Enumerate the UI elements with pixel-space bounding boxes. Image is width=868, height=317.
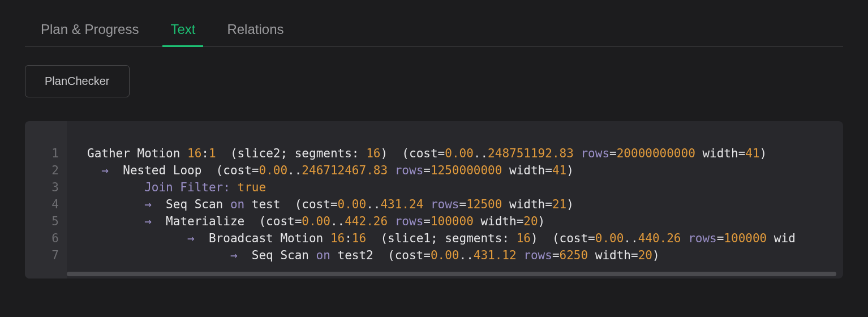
code-content[interactable]: Gather Motion 16:1 (slice2; segments: 16… [67,121,843,279]
horizontal-scrollbar[interactable] [67,272,836,276]
line-number: 6 [33,230,59,247]
code-line: → Materialize (cost=0.00..442.26 rows=10… [87,213,843,230]
code-line: → Seq Scan on test2 (cost=0.00..431.12 r… [87,247,843,264]
line-number: 3 [33,179,59,196]
code-line: Join Filter: true [87,179,843,196]
line-number: 1 [33,145,59,162]
code-line: → Broadcast Motion 16:16 (slice1; segmen… [87,230,843,247]
line-number: 7 [33,247,59,264]
code-line: → Seq Scan on test (cost=0.00..431.24 ro… [87,196,843,213]
code-line: → Nested Loop (cost=0.00..246712467.83 r… [87,162,843,179]
tab-text[interactable]: Text [154,16,211,46]
code-line: Gather Motion 16:1 (slice2; segments: 16… [87,145,843,162]
tab-plan-progress[interactable]: Plan & Progress [25,16,154,46]
toolbar: PlanChecker [25,65,843,97]
line-number: 2 [33,162,59,179]
tab-relations[interactable]: Relations [211,16,299,46]
code-editor: 1234567 Gather Motion 16:1 (slice2; segm… [25,121,843,279]
line-number: 4 [33,196,59,213]
line-number-gutter: 1234567 [25,121,67,279]
tab-bar: Plan & Progress Text Relations [25,0,843,47]
line-number: 5 [33,213,59,230]
plan-checker-button[interactable]: PlanChecker [25,65,130,97]
